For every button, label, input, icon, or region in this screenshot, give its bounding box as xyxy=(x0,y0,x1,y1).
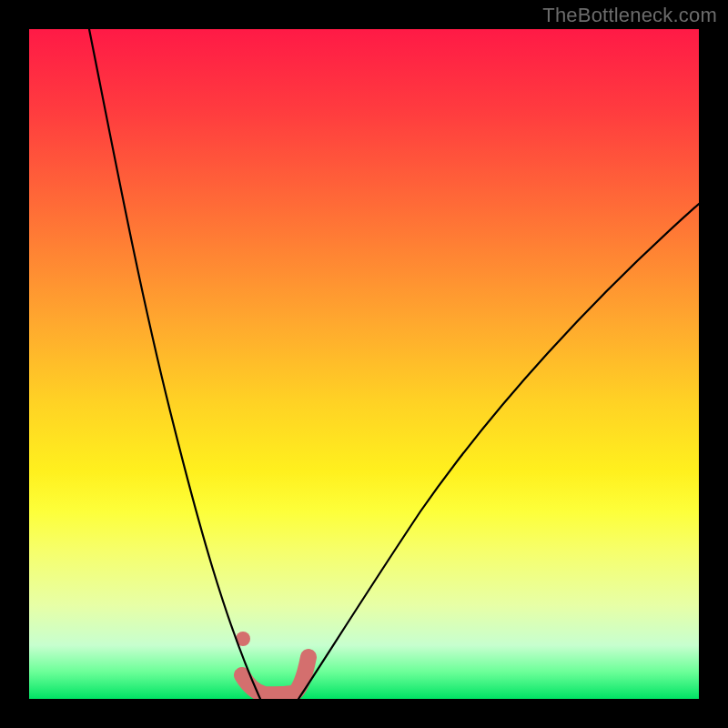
valley-highlight xyxy=(242,657,308,694)
attribution-label: TheBottleneck.com xyxy=(542,4,717,27)
chart-plot-area xyxy=(29,29,699,699)
curve-right-branch xyxy=(298,204,699,699)
curve-left-branch xyxy=(89,29,260,699)
chart-svg xyxy=(29,29,699,699)
chart-frame: TheBottleneck.com xyxy=(0,0,728,728)
